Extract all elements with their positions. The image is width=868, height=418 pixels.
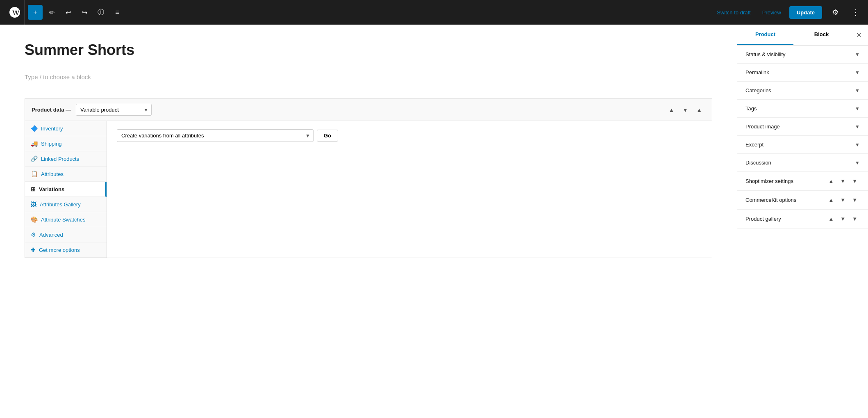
post-title[interactable]: Summer Shorts bbox=[25, 41, 712, 59]
variations-dropdown-wrap: Create variations from all attributes Ad… bbox=[117, 129, 314, 142]
block-placeholder[interactable]: Type / to choose a block bbox=[25, 69, 712, 85]
variations-action-row: Create variations from all attributes Ad… bbox=[117, 129, 702, 142]
panel-shoptimizer-collapse-up-button[interactable]: ▲ bbox=[826, 177, 836, 185]
panel-commercekit-collapse-down-button[interactable]: ▼ bbox=[838, 196, 848, 204]
panel-product-gallery-controls: ▲ ▼ ▼ bbox=[826, 215, 860, 223]
collapse-down-button[interactable]: ▼ bbox=[679, 105, 691, 115]
panel-categories[interactable]: Categories ▼ bbox=[737, 82, 868, 100]
content-area: Summer Shorts Type / to choose a block P… bbox=[0, 25, 737, 418]
panel-product-image[interactable]: Product image ▼ bbox=[737, 118, 868, 136]
preview-button[interactable]: Preview bbox=[759, 7, 784, 18]
panel-discussion-label: Discussion bbox=[745, 160, 771, 166]
panel-commercekit-options: CommerceKit options ▲ ▼ ▼ bbox=[737, 191, 868, 210]
panel-commercekit-options-label: CommerceKit options bbox=[745, 197, 796, 203]
panel-status-visibility[interactable]: Status & visibility ▼ bbox=[737, 46, 868, 64]
switch-draft-button[interactable]: Switch to draft bbox=[713, 7, 754, 18]
panel-discussion[interactable]: Discussion ▼ bbox=[737, 154, 868, 172]
variations-action-select[interactable]: Create variations from all attributes Ad… bbox=[117, 129, 314, 142]
redo-button[interactable]: ↪ bbox=[77, 5, 92, 20]
product-type-select[interactable]: Variable product Simple product Grouped … bbox=[76, 104, 152, 116]
panel-permalink[interactable]: Permalink ▼ bbox=[737, 64, 868, 82]
topbar-right-actions: Switch to draft Preview Update ⚙ ⋮ bbox=[713, 4, 863, 21]
attributes-gallery-icon: 🖼 bbox=[31, 201, 36, 208]
collapse-up-button[interactable]: ▲ bbox=[665, 105, 677, 115]
more-options-button[interactable]: ⋮ bbox=[848, 6, 863, 19]
sidebar-item-attribute-swatches[interactable]: 🎨 Attribute Swatches bbox=[25, 212, 107, 227]
panel-categories-label: Categories bbox=[745, 87, 771, 94]
sidebar-item-linked-products[interactable]: 🔗 Linked Products bbox=[25, 151, 107, 167]
variations-tab-content: Create variations from all attributes Ad… bbox=[107, 121, 712, 258]
main-layout: Summer Shorts Type / to choose a block P… bbox=[0, 25, 868, 418]
wp-logo bbox=[5, 0, 25, 25]
sidebar-item-inventory-label: Inventory bbox=[41, 126, 63, 132]
panel-commercekit-more-button[interactable]: ▼ bbox=[850, 196, 860, 204]
panel-tags-label: Tags bbox=[745, 105, 757, 112]
panel-status-visibility-label: Status & visibility bbox=[745, 51, 786, 57]
panel-tags-chevron-icon: ▼ bbox=[855, 106, 860, 112]
panel-shoptimizer-controls: ▲ ▼ ▼ bbox=[826, 177, 860, 185]
product-data-section: Product data — Variable product Simple p… bbox=[25, 98, 712, 258]
panel-product-gallery: Product gallery ▲ ▼ ▼ bbox=[737, 210, 868, 228]
right-sidebar: Product Block ✕ Status & visibility ▼ Pe… bbox=[737, 25, 868, 418]
sidebar-item-attributes-gallery-label: Attributes Gallery bbox=[40, 201, 81, 208]
sidebar-item-get-more-options-label: Get more options bbox=[39, 247, 80, 253]
add-block-button[interactable]: + bbox=[28, 5, 43, 20]
sidebar-item-inventory[interactable]: 🔷 Inventory bbox=[25, 121, 107, 136]
product-data-nav: 🔷 Inventory 🚚 Shipping 🔗 Linked Products… bbox=[25, 121, 107, 258]
expand-button[interactable]: ▲ bbox=[693, 105, 705, 115]
panel-categories-chevron-icon: ▼ bbox=[855, 88, 860, 94]
sidebar-item-advanced-label: Advanced bbox=[39, 232, 63, 238]
panel-shoptimizer-settings: Shoptimizer settings ▲ ▼ ▼ bbox=[737, 172, 868, 191]
settings-gear-button[interactable]: ⚙ bbox=[827, 4, 843, 21]
panel-product-gallery-more-button[interactable]: ▼ bbox=[850, 215, 860, 223]
panel-shoptimizer-collapse-down-button[interactable]: ▼ bbox=[838, 177, 848, 185]
sidebar-item-attributes-gallery[interactable]: 🖼 Attributes Gallery bbox=[25, 197, 107, 212]
right-sidebar-header: Product Block ✕ bbox=[737, 25, 868, 46]
panel-status-visibility-chevron-icon: ▼ bbox=[855, 52, 860, 57]
shipping-icon: 🚚 bbox=[31, 140, 38, 147]
panel-permalink-label: Permalink bbox=[745, 69, 769, 75]
tab-product[interactable]: Product bbox=[737, 25, 793, 45]
panel-product-image-chevron-icon: ▼ bbox=[855, 124, 860, 130]
sidebar-item-shipping[interactable]: 🚚 Shipping bbox=[25, 136, 107, 151]
panel-product-gallery-collapse-up-button[interactable]: ▲ bbox=[826, 215, 836, 223]
panel-commercekit-controls: ▲ ▼ ▼ bbox=[826, 196, 860, 204]
topbar-tools: + ✏ ↩ ↪ ⓘ ≡ bbox=[28, 5, 125, 20]
panel-shoptimizer-settings-label: Shoptimizer settings bbox=[745, 178, 793, 184]
panel-excerpt-label: Excerpt bbox=[745, 142, 763, 148]
info-button[interactable]: ⓘ bbox=[93, 5, 108, 20]
sidebar-item-attributes[interactable]: 📋 Attributes bbox=[25, 167, 107, 182]
panel-product-gallery-collapse-down-button[interactable]: ▼ bbox=[838, 215, 848, 223]
product-data-label: Product data — bbox=[32, 107, 71, 113]
panel-product-gallery-label: Product gallery bbox=[745, 216, 781, 222]
panel-excerpt[interactable]: Excerpt ▼ bbox=[737, 136, 868, 154]
get-more-options-icon: ✚ bbox=[31, 247, 36, 253]
close-sidebar-button[interactable]: ✕ bbox=[850, 26, 868, 44]
sidebar-item-variations[interactable]: ⊞ Variations bbox=[25, 182, 107, 197]
sidebar-item-shipping-label: Shipping bbox=[41, 141, 62, 147]
edit-button[interactable]: ✏ bbox=[44, 5, 59, 20]
panel-tags[interactable]: Tags ▼ bbox=[737, 100, 868, 118]
product-type-select-wrap: Variable product Simple product Grouped … bbox=[76, 104, 152, 116]
attributes-icon: 📋 bbox=[31, 171, 38, 177]
update-button[interactable]: Update bbox=[789, 6, 822, 19]
variations-go-button[interactable]: Go bbox=[317, 130, 338, 142]
sidebar-item-advanced[interactable]: ⚙ Advanced bbox=[25, 227, 107, 242]
undo-button[interactable]: ↩ bbox=[61, 5, 75, 20]
sidebar-item-get-more-options[interactable]: ✚ Get more options bbox=[25, 242, 107, 258]
panel-shoptimizer-more-button[interactable]: ▼ bbox=[850, 177, 860, 185]
topbar: + ✏ ↩ ↪ ⓘ ≡ Switch to draft Preview Upda… bbox=[0, 0, 868, 25]
panel-commercekit-collapse-up-button[interactable]: ▲ bbox=[826, 196, 836, 204]
advanced-icon: ⚙ bbox=[31, 231, 36, 238]
sidebar-item-attribute-swatches-label: Attribute Swatches bbox=[41, 217, 85, 223]
tab-block[interactable]: Block bbox=[793, 25, 850, 45]
sidebar-item-linked-products-label: Linked Products bbox=[41, 156, 79, 162]
panel-product-image-label: Product image bbox=[745, 123, 780, 130]
product-data-header: Product data — Variable product Simple p… bbox=[25, 99, 712, 121]
panel-discussion-chevron-icon: ▼ bbox=[855, 160, 860, 166]
linked-products-icon: 🔗 bbox=[31, 155, 38, 162]
list-view-button[interactable]: ≡ bbox=[110, 5, 125, 20]
panel-permalink-chevron-icon: ▼ bbox=[855, 70, 860, 75]
product-data-body: 🔷 Inventory 🚚 Shipping 🔗 Linked Products… bbox=[25, 121, 712, 258]
variations-icon: ⊞ bbox=[31, 186, 36, 192]
